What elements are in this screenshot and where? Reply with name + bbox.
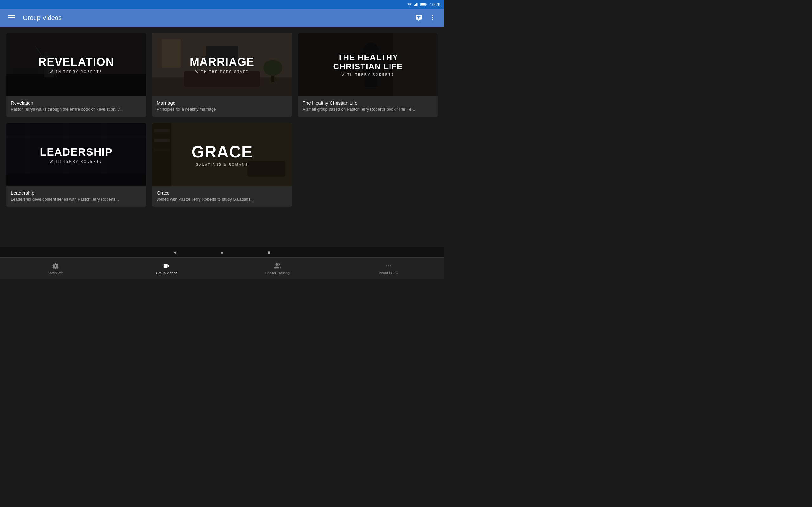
video-grid: REVELATION WITH TERRY ROBERTS Revelation… [6,33,438,213]
more-dots-icon [429,14,436,21]
video-card-grace[interactable]: GRACE GALATIANS & ROMANS Grace Joined wi… [152,123,292,207]
grace-thumb-subtitle: GALATIANS & ROMANS [196,163,248,166]
svg-point-7 [432,15,433,16]
time: 10:26 [430,2,440,7]
nav-leader-training[interactable]: Leader Training [222,260,333,277]
grace-thumb-title: GRACE [192,143,253,161]
healthy-desc: A small group based on Pastor Terry Robe… [303,107,433,112]
svg-point-50 [390,265,392,267]
overview-icon [52,262,59,270]
recent-button[interactable]: ■ [264,248,273,257]
about-icon [385,262,392,270]
group-videos-icon [163,262,170,270]
status-bar: 10:26 [0,0,444,9]
back-button[interactable]: ◄ [171,248,180,257]
battery-icon [420,3,426,6]
video-thumbnail-grace: GRACE GALATIANS & ROMANS [152,123,292,186]
more-button[interactable] [426,11,439,24]
video-icon [163,262,170,269]
nav-about[interactable]: About FCFC [333,260,444,277]
nav-overview[interactable]: Overview [0,260,111,277]
healthy-info: The Healthy Christian Life A small group… [298,96,438,117]
marriage-thumb-subtitle: WITH THE FCFC STAFF [195,70,249,73]
revelation-info: Revelation Pastor Terrys walks through t… [6,96,146,117]
svg-rect-3 [417,3,418,6]
bottom-nav: Overview Group Videos Leader Training [0,257,444,279]
leadership-overlay: LEADERSHIP WITH TERRY ROBERTS [6,123,146,186]
grace-desc: Joined with Pastor Terry Roberts to stud… [157,197,287,202]
app-bar: Group Videos [0,9,444,26]
svg-rect-1 [415,4,416,7]
video-thumbnail-healthy: THE HEALTHY CHRISTIAN LIFE WITH TERRY RO… [298,33,438,96]
grace-overlay: GRACE GALATIANS & ROMANS [152,123,292,186]
leadership-info: Leadership Leadership development series… [6,186,146,207]
revelation-desc: Pastor Terrys walks through the entire b… [11,107,142,112]
grace-name: Grace [157,190,287,195]
group-videos-label: Group Videos [156,271,177,275]
video-thumbnail-revelation: REVELATION WITH TERRY ROBERTS [6,33,146,96]
healthy-thumb-title: THE HEALTHY CHRISTIAN LIFE [333,53,403,71]
users-icon [274,262,281,269]
nav-group-videos[interactable]: Group Videos [111,260,222,277]
about-dots-icon [385,262,392,269]
revelation-thumb-subtitle: WITH TERRY ROBERTS [50,70,103,73]
video-card-healthy[interactable]: THE HEALTHY CHRISTIAN LIFE WITH TERRY RO… [298,33,438,117]
video-thumbnail-marriage: MARRIAGE WITH THE FCFC STAFF [152,33,292,96]
marriage-info: Marriage Principles for a healthy marria… [152,96,292,117]
marriage-desc: Principles for a healthy marriage [157,107,287,112]
healthy-thumb-subtitle: WITH TERRY ROBERTS [342,73,395,76]
leader-training-label: Leader Training [265,271,290,275]
system-nav: ◄ ● ■ [0,247,444,257]
video-card-leadership[interactable]: LEADERSHIP WITH TERRY ROBERTS Leadership… [6,123,146,207]
video-card-revelation[interactable]: REVELATION WITH TERRY ROBERTS Revelation… [6,33,146,117]
svg-rect-0 [414,5,415,6]
healthy-name: The Healthy Christian Life [303,100,433,106]
app-title: Group Videos [23,14,412,21]
revelation-overlay: REVELATION WITH TERRY ROBERTS [6,33,146,96]
leadership-thumb-subtitle: WITH TERRY ROBERTS [50,160,103,163]
marriage-name: Marriage [157,100,287,106]
chat-icon [415,14,422,21]
marriage-thumb-title: MARRIAGE [190,56,254,68]
svg-point-49 [388,265,389,267]
revelation-name: Revelation [11,100,142,106]
about-label: About FCFC [379,271,398,275]
svg-point-47 [275,263,278,265]
wifi-icon [407,3,412,6]
leadership-thumb-title: LEADERSHIP [40,146,112,158]
healthy-overlay: THE HEALTHY CHRISTIAN LIFE WITH TERRY RO… [298,33,438,96]
leader-training-icon [274,262,281,270]
svg-rect-6 [426,4,426,5]
marriage-overlay: MARRIAGE WITH THE FCFC STAFF [152,33,292,96]
home-button[interactable]: ● [217,248,226,257]
grid-icon [52,262,59,269]
video-thumbnail-leadership: LEADERSHIP WITH TERRY ROBERTS [6,123,146,186]
svg-rect-2 [416,3,417,6]
chat-button[interactable] [412,11,425,24]
menu-button[interactable] [5,11,18,24]
app-bar-actions [412,11,439,24]
svg-point-9 [432,19,433,20]
signal-icon [414,3,418,6]
leadership-name: Leadership [11,190,142,195]
overview-label: Overview [48,271,63,275]
grace-info: Grace Joined with Pastor Terry Roberts t… [152,186,292,207]
svg-point-48 [386,265,387,267]
content-area: REVELATION WITH TERRY ROBERTS Revelation… [0,26,444,247]
video-card-marriage[interactable]: MARRIAGE WITH THE FCFC STAFF Marriage Pr… [152,33,292,117]
revelation-thumb-title: REVELATION [38,56,114,68]
leadership-desc: Leadership development series with Pasto… [11,197,142,202]
svg-rect-46 [164,264,168,268]
svg-point-8 [432,17,433,18]
status-icons: 10:26 [407,2,440,7]
svg-rect-5 [421,3,425,6]
